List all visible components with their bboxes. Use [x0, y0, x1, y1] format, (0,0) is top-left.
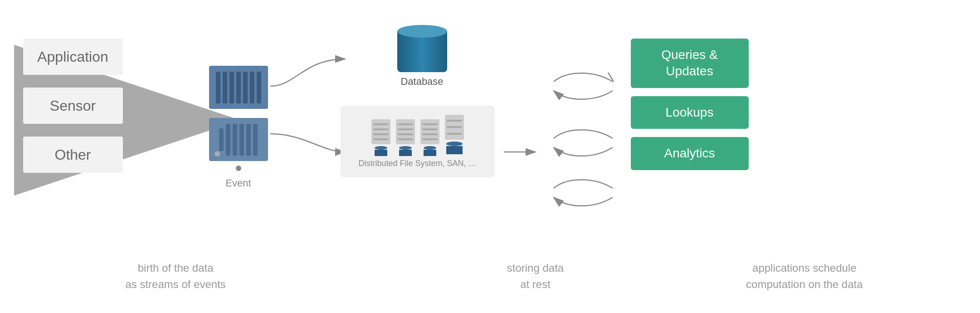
server-line [373, 138, 389, 140]
stream-bar-lower-4 [239, 124, 244, 156]
server-line [422, 123, 438, 125]
server-body-2 [396, 119, 415, 144]
dfs-label: Distributed File System, SAN, … [358, 159, 476, 168]
bottom-label-birth-line1: birth of the data [107, 260, 244, 276]
server-line [422, 138, 438, 140]
stream-blocks [209, 66, 268, 161]
dfs-box: Distributed File System, SAN, … [341, 106, 495, 177]
sources-column: Application Sensor Other [23, 39, 123, 186]
server-line [422, 128, 438, 130]
stream-bar-2 [223, 72, 227, 103]
stream-bar-lower-1 [219, 128, 224, 151]
server-line [373, 123, 389, 125]
db-top [397, 25, 447, 38]
ops-buttons-list: Queries &Updates Lookups Analytics [631, 39, 749, 170]
stream-bar-lower-2 [226, 124, 230, 156]
server-body-1 [371, 119, 390, 144]
database-label: Database [400, 76, 443, 88]
server-body-3 [420, 119, 439, 144]
labels-inner: birth of the data as streams of events s… [14, 260, 966, 293]
stream-bar-lower-3 [233, 124, 237, 156]
source-application-label: Application [37, 49, 108, 65]
bottom-label-storing: storing data at rest [467, 260, 603, 293]
mini-db-3 [424, 146, 436, 154]
source-boxes-list: Application Sensor Other [23, 39, 123, 173]
source-other-label: Other [54, 147, 91, 163]
mini-db-body [424, 150, 436, 156]
mini-db-1 [375, 146, 387, 154]
bottom-label-birth: birth of the data as streams of events [107, 260, 244, 293]
server-line [398, 133, 413, 135]
source-application: Application [23, 39, 123, 75]
server-line [447, 133, 462, 135]
stream-bar-6 [250, 72, 254, 103]
server-line [398, 138, 413, 140]
op-lookups-label: Lookups [666, 104, 714, 121]
event-dot-bottom [236, 166, 241, 171]
server-body-4 [445, 115, 464, 140]
mini-db-top-4 [446, 142, 463, 146]
stream-bar-lower-6 [253, 124, 258, 156]
bottom-label-storing-line2: at rest [467, 276, 603, 293]
server-line [422, 133, 438, 135]
diagram-container: Application Sensor Other [14, 11, 966, 302]
mini-db-top [399, 146, 412, 150]
bottom-labels-row: birth of the data as streams of events s… [14, 260, 966, 293]
mini-db-top [375, 146, 387, 150]
op-analytics: Analytics [631, 137, 749, 170]
op-queries-updates: Queries &Updates [631, 39, 749, 88]
source-sensor-label: Sensor [50, 98, 96, 114]
stream-block-upper [209, 66, 268, 109]
stream-bar-1 [216, 72, 220, 103]
source-other: Other [23, 137, 123, 173]
bottom-label-apps: applications schedule computation on the… [736, 260, 873, 293]
bottom-label-birth-line2: as streams of events [107, 276, 244, 293]
mini-db-2 [399, 146, 412, 154]
mini-db-body [375, 150, 387, 156]
server-icon-2 [396, 119, 415, 154]
source-sensor: Sensor [23, 88, 123, 124]
bottom-label-apps-line1: applications schedule [736, 260, 873, 276]
server-line [373, 133, 389, 135]
op-lookups: Lookups [631, 96, 749, 129]
dfs-icons [371, 115, 464, 154]
stream-bar-5 [243, 72, 248, 103]
server-icon-1 [371, 119, 390, 154]
stream-bar-3 [229, 72, 234, 103]
streams-column: Event [209, 66, 268, 189]
server-line [447, 126, 462, 128]
mini-db-4 [446, 142, 463, 154]
mini-db-body-4 [446, 146, 463, 154]
storage-column: Database [341, 25, 495, 177]
operations-column: Queries &Updates Lookups Analytics [631, 39, 749, 184]
stream-bar-7 [257, 72, 261, 103]
event-dot [215, 151, 220, 156]
stream-block-lower [209, 118, 268, 161]
server-line [398, 128, 413, 130]
stream-bar-4 [236, 72, 241, 103]
database-icon: Database [350, 25, 495, 88]
op-analytics-label: Analytics [664, 145, 715, 161]
server-line [373, 128, 389, 130]
op-queries-updates-label: Queries &Updates [661, 47, 718, 80]
stream-bar-lower-5 [246, 124, 251, 156]
bottom-label-storing-line1: storing data [467, 260, 603, 276]
server-icon-4 [445, 115, 464, 154]
server-line [447, 120, 462, 122]
mini-db-top [424, 146, 436, 150]
bottom-label-apps-line2: computation on the data [736, 276, 873, 293]
mini-db-body [399, 150, 412, 156]
server-line [398, 123, 413, 125]
event-label: Event [209, 177, 268, 189]
server-icon-3 [420, 119, 439, 154]
